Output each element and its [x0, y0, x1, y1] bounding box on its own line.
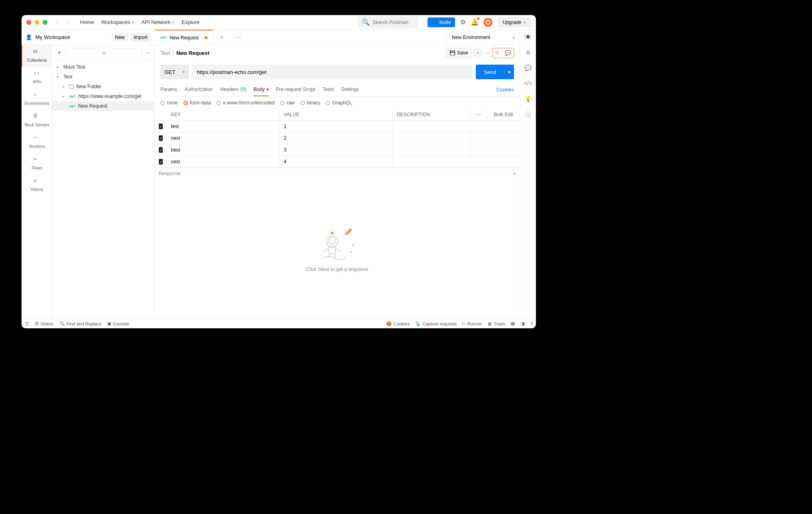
formdata-row[interactable]: ✓ cest 4 [155, 156, 520, 168]
tab-headers[interactable]: Headers(9) [220, 83, 246, 96]
tree-request-new-request[interactable]: GETNew Request [52, 101, 154, 111]
upgrade-button[interactable]: Upgrade▾ [497, 17, 531, 27]
tree-collection-test[interactable]: ▾Test [52, 72, 154, 82]
collection-options-icon[interactable]: ⋯ [145, 50, 150, 56]
rail-apis[interactable]: ⚬⚬APIs [22, 67, 52, 88]
layout-icon[interactable]: ▦ [511, 321, 515, 326]
search-box[interactable]: 🔍 [358, 16, 419, 28]
chevron-down-icon[interactable]: ▾ [514, 171, 516, 176]
help-icon[interactable]: ? [530, 321, 533, 326]
key-cell[interactable]: test [167, 121, 280, 132]
search-input[interactable] [372, 20, 415, 25]
tree-request-example[interactable]: ▸GEThttps://www.example.com/get [52, 91, 154, 101]
bodytype-binary[interactable]: binary [300, 100, 320, 106]
bodytype-urlencoded[interactable]: x-www-form-urlencoded [216, 100, 274, 106]
new-collection-button[interactable]: ＋ [56, 48, 63, 57]
new-button[interactable]: New [112, 33, 128, 42]
formdata-row[interactable]: ✓ nest 2 [155, 132, 520, 144]
desc-cell[interactable] [393, 156, 471, 167]
save-dropdown[interactable]: ▾ [474, 49, 482, 57]
notifications-icon[interactable]: 🔔 [471, 18, 479, 26]
tab-prerequest[interactable]: Pre-request Script [276, 83, 315, 96]
desc-cell[interactable] [393, 144, 471, 156]
tab-body[interactable]: Body [253, 83, 268, 96]
environment-selector[interactable]: New Environment▾ [447, 30, 520, 45]
desc-cell[interactable] [393, 132, 471, 144]
info-icon[interactable]: ⓘ [525, 111, 531, 118]
documentation-icon[interactable]: 🗎 [525, 49, 531, 56]
key-cell[interactable]: nest [167, 132, 280, 144]
desc-cell[interactable] [393, 121, 471, 132]
value-cell[interactable]: 1 [280, 121, 393, 132]
key-cell[interactable]: cest [167, 156, 280, 167]
nav-explore[interactable]: Explore [181, 19, 199, 25]
back-icon[interactable]: ← [55, 19, 60, 26]
formdata-row[interactable]: ✓ best 3 [155, 144, 520, 156]
nav-home[interactable]: Home [80, 19, 94, 25]
tree-collection-mock-test[interactable]: ▸Mock Test [52, 62, 154, 72]
url-input[interactable] [192, 65, 473, 79]
sidebar-toggle-icon[interactable]: ◫ [25, 321, 29, 326]
cookies-link[interactable]: Cookies [497, 84, 514, 96]
avatar-icon[interactable] [484, 18, 492, 27]
status-online[interactable]: ⦿ Online [35, 321, 54, 326]
rail-history[interactable]: ↺History [22, 174, 52, 196]
save-button[interactable]: 💾Save [446, 48, 472, 58]
row-checkbox[interactable]: ✓ [159, 124, 163, 129]
find-replace-button[interactable]: 🔍 Find and Replace [59, 321, 102, 326]
row-checkbox[interactable]: ✓ [159, 147, 163, 153]
two-pane-icon[interactable]: ◨ [520, 321, 525, 326]
chevron-down-icon[interactable]: ▾ [504, 69, 514, 75]
formdata-row[interactable]: ✓ test 1 [155, 121, 520, 132]
code-icon[interactable]: </> [524, 80, 532, 87]
value-cell[interactable]: 3 [280, 144, 393, 156]
close-window-icon[interactable] [26, 20, 31, 25]
rail-mock-servers[interactable]: 🗄Mock Servers [22, 110, 52, 131]
bodytype-formdata[interactable]: form-data [184, 100, 211, 106]
console-button[interactable]: ▣ Console [107, 321, 129, 326]
runner-button[interactable]: ▷ Runner [462, 321, 482, 326]
tab-tests[interactable]: Tests [322, 83, 334, 96]
row-checkbox[interactable]: ✓ [159, 159, 163, 165]
import-button[interactable]: Import [130, 33, 151, 42]
forward-icon[interactable]: → [65, 19, 71, 26]
filter-input[interactable]: ⚌ [66, 48, 142, 58]
tab-params[interactable]: Params [160, 83, 177, 96]
key-cell[interactable]: best [167, 144, 280, 156]
rail-collections[interactable]: 🗃Collections [22, 45, 52, 67]
env-quicklook-icon[interactable]: 👁 [520, 30, 536, 45]
nav-workspaces[interactable]: Workspaces▾ [102, 19, 134, 25]
column-options-icon[interactable]: ⋯ [471, 109, 487, 120]
send-button[interactable]: Send▾ [476, 65, 514, 79]
cookies-button[interactable]: 🍪 Cookies [386, 321, 410, 326]
comments-icon[interactable]: 💬 [525, 65, 531, 71]
row-checkbox[interactable]: ✓ [159, 135, 163, 141]
settings-icon[interactable]: ⚙ [460, 18, 466, 26]
comment-mode-icon[interactable]: 💬 [502, 48, 514, 58]
bodytype-none[interactable]: none [160, 100, 178, 106]
workspace-name[interactable]: My Workspace [35, 34, 70, 40]
rail-environments[interactable]: ▭Environments [22, 88, 52, 110]
method-selector[interactable]: GET▾ [160, 65, 189, 79]
bodytype-graphql[interactable]: GraphQL [326, 100, 352, 106]
rail-flows[interactable]: ⚭Flows [22, 153, 52, 174]
tab-settings[interactable]: Settings [341, 83, 359, 96]
capture-requests-button[interactable]: 📡 Capture requests [415, 321, 457, 326]
edit-mode-icon[interactable]: ✎ [492, 48, 502, 58]
maximize-window-icon[interactable] [43, 20, 48, 25]
rail-monitors[interactable]: 〰Monitors [22, 131, 52, 153]
nav-api-network[interactable]: API Network▾ [141, 19, 174, 25]
more-options-icon[interactable]: ⋯ [484, 50, 490, 56]
invite-button[interactable]: 👤 Invite [428, 17, 455, 27]
tab-options-icon[interactable]: ⋯ [230, 30, 246, 45]
value-cell[interactable]: 2 [280, 132, 393, 144]
minimize-window-icon[interactable] [35, 20, 39, 25]
bodytype-raw[interactable]: raw [280, 100, 294, 106]
value-cell[interactable]: 4 [280, 156, 393, 167]
breadcrumb-parent[interactable]: Test [160, 50, 170, 56]
trash-button[interactable]: 🗑 Trash [488, 321, 505, 326]
bulk-edit-button[interactable]: Bulk Edit [487, 109, 520, 120]
tab-authorization[interactable]: Authorization [184, 83, 213, 96]
request-tab[interactable]: GET New Request [155, 30, 214, 45]
tree-folder-new-folder[interactable]: ▸New Folder [52, 82, 154, 91]
